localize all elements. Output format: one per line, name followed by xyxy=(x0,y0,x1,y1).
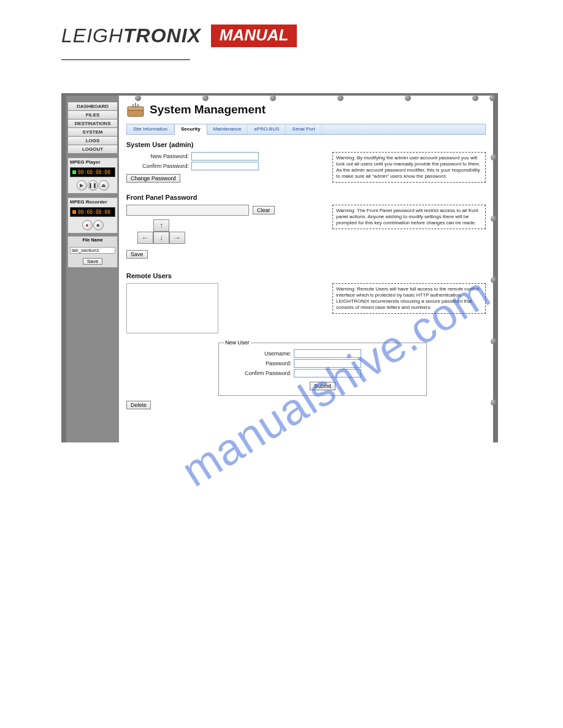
play-icon: ▶ xyxy=(80,183,83,188)
tab-maintenance[interactable]: Maintenance xyxy=(207,124,248,134)
front-panel-warning: Warning: The Front Panel password will r… xyxy=(332,205,486,229)
filename-save-button[interactable]: Save xyxy=(83,258,102,265)
newuser-password-input[interactable] xyxy=(294,359,361,368)
manual-badge: MANUAL xyxy=(211,25,297,47)
new-password-input[interactable] xyxy=(191,152,259,161)
toolbox-icon xyxy=(126,102,145,118)
mpeg-player-lcd: 00:00:00:00 xyxy=(70,167,115,177)
tab-site-information[interactable]: Site Information xyxy=(127,124,174,134)
arrow-pad: ↑ ← ↓ → xyxy=(137,219,324,244)
remote-users-listbox[interactable] xyxy=(126,283,218,333)
filename-input[interactable] xyxy=(70,247,115,254)
remote-user-delete-button[interactable]: Delete xyxy=(126,401,151,409)
mpeg-recorder-panel: MPEG Recorder 00:00:00:00 ● ■ xyxy=(67,197,118,233)
svg-rect-4 xyxy=(137,104,139,108)
sidebar: DASHBOARD FILES DESTINATIONS SYSTEM LOGS… xyxy=(66,96,119,442)
page-title: System Management xyxy=(150,103,266,116)
svg-rect-3 xyxy=(135,103,136,108)
tab-strip: Site Information Security Maintenance eP… xyxy=(126,124,486,135)
sidebar-item-dashboard[interactable]: DASHBOARD xyxy=(67,102,118,111)
sidebar-item-logout[interactable]: LOGOUT xyxy=(67,145,118,154)
arrow-down-button[interactable]: ↓ xyxy=(153,232,169,244)
filename-label: File Name xyxy=(68,237,117,243)
eject-icon: ⏏ xyxy=(101,183,106,188)
player-status-dot xyxy=(72,170,76,174)
mpeg-player-panel: MPEG Player 00:00:00:00 ▶ ❚❚ ⏏ xyxy=(67,157,118,194)
recorder-controls: ● ■ xyxy=(68,218,117,233)
brand-text: LEIGHTRONIX xyxy=(61,25,207,47)
newuser-password-label: Password: xyxy=(224,360,291,366)
filename-box: File Name Save xyxy=(67,236,118,268)
stop-icon: ■ xyxy=(97,222,100,228)
system-user-warning: Warning: By modifying the admin user acc… xyxy=(332,152,486,183)
sidebar-item-destinations[interactable]: DESTINATIONS xyxy=(67,119,118,128)
record-icon: ● xyxy=(86,222,89,228)
front-panel-save-button[interactable]: Save xyxy=(126,250,148,259)
newuser-confirm-input[interactable] xyxy=(294,369,361,377)
svg-rect-2 xyxy=(132,104,134,108)
new-user-legend: New User xyxy=(224,339,251,346)
change-password-button[interactable]: Change Password xyxy=(126,174,180,183)
tab-security[interactable]: Security xyxy=(174,124,207,135)
player-controls: ▶ ❚❚ ⏏ xyxy=(68,178,117,193)
recorder-time: 00:00:00:00 xyxy=(78,210,110,215)
remote-users-heading: Remote Users xyxy=(126,272,486,279)
arrow-right-button[interactable]: → xyxy=(169,232,185,244)
eject-button[interactable]: ⏏ xyxy=(99,180,109,191)
play-button[interactable]: ▶ xyxy=(77,180,87,191)
manual-header: LEIGHTRONIX MANUAL xyxy=(0,0,563,47)
front-panel-combo-display xyxy=(126,205,249,216)
brand-thin: LEIGH xyxy=(61,25,123,47)
app-shell: DASHBOARD FILES DESTINATIONS SYSTEM LOGS… xyxy=(61,93,498,442)
mpeg-recorder-lcd: 00:00:00:00 xyxy=(70,207,115,217)
mpeg-recorder-title: MPEG Recorder xyxy=(68,198,117,206)
confirm-password-input[interactable] xyxy=(191,162,259,170)
brand-bold: TRONIX xyxy=(123,25,201,47)
stop-button[interactable]: ■ xyxy=(93,220,104,230)
newuser-username-input[interactable] xyxy=(294,349,361,358)
record-button[interactable]: ● xyxy=(82,220,93,230)
newuser-submit-button[interactable]: Submit xyxy=(310,382,335,390)
main-content: System Management Site Information Secur… xyxy=(119,96,493,442)
system-user-heading: System User (admin) xyxy=(126,141,486,148)
new-password-label: New Password: xyxy=(126,153,189,159)
arrow-left-button[interactable]: ← xyxy=(137,232,153,244)
front-panel-heading: Front Panel Password xyxy=(126,194,486,201)
pause-button[interactable]: ❚❚ xyxy=(88,180,98,191)
sidebar-item-files[interactable]: FILES xyxy=(67,110,118,119)
mpeg-player-title: MPEG Player xyxy=(68,158,117,166)
remote-users-warning: Warning: Remote Users will have full acc… xyxy=(332,283,486,314)
header-rule xyxy=(61,59,190,60)
pause-icon: ❚❚ xyxy=(88,183,97,188)
player-time: 00:00:00:00 xyxy=(78,170,110,175)
front-panel-clear-button[interactable]: Clear xyxy=(253,206,275,214)
new-user-fieldset: New User Username: Password: Confirm Pas… xyxy=(218,339,427,396)
newuser-confirm-label: Confirm Password: xyxy=(224,370,291,376)
confirm-password-label: Confirm Password: xyxy=(126,163,189,169)
sidebar-item-logs[interactable]: LOGS xyxy=(67,136,118,145)
tab-serial-port[interactable]: Serial Port xyxy=(286,124,321,134)
tab-epro-bus[interactable]: ePRO-BUS xyxy=(248,124,286,134)
newuser-username-label: Username: xyxy=(224,351,291,357)
recorder-status-dot xyxy=(72,210,76,214)
sidebar-item-system[interactable]: SYSTEM xyxy=(67,127,118,137)
arrow-up-button[interactable]: ↑ xyxy=(153,219,169,232)
